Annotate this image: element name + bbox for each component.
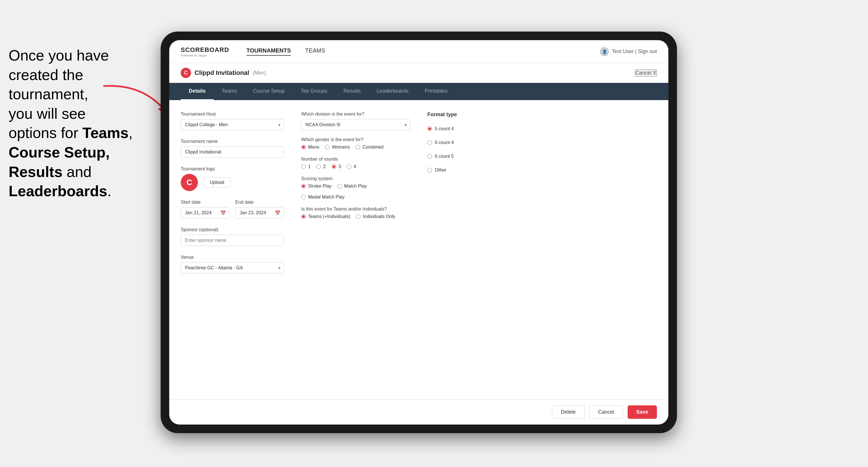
rounds-1[interactable]: 1 <box>301 164 311 169</box>
user-sign-out[interactable]: Test User | Sign out <box>612 49 657 55</box>
scoring-match-radio[interactable] <box>337 184 342 188</box>
division-select[interactable]: NCAA Division III <box>301 119 410 130</box>
scoring-medal-match-radio[interactable] <box>301 195 306 199</box>
scoring-medal-match[interactable]: Medal Match Play <box>301 194 344 200</box>
gender-label: Which gender is the event for? <box>301 137 410 142</box>
cancel-button[interactable]: Cancel <box>589 405 623 419</box>
sponsor-label: Sponsor (optional) <box>181 227 284 232</box>
individuals-only[interactable]: Individuals Only <box>356 214 395 219</box>
format-6count5-radio[interactable] <box>427 154 432 159</box>
main-content: Tournament Host Clippd College - Men Tou… <box>169 100 669 399</box>
tournament-logo-label: Tournament logo <box>181 166 284 172</box>
upload-button[interactable]: Upload <box>204 177 230 188</box>
logo-text: SCOREBOARD <box>181 46 229 54</box>
division-label: Which division is the event for? <box>301 112 410 117</box>
start-date-icon: 📅 <box>220 210 226 216</box>
format-other[interactable]: Other <box>427 167 502 173</box>
gender-combined[interactable]: Combined <box>356 145 383 150</box>
scoring-radio-group: Stroke Play Match Play Medal Match Play <box>301 184 410 200</box>
nav-links: TOURNAMENTS TEAMS <box>246 47 600 56</box>
cancel-tournament-button[interactable]: Cancel X <box>635 69 657 76</box>
tournament-title: C Clippd Invitational (Men) <box>181 68 266 78</box>
rounds-3[interactable]: 3 <box>332 164 341 169</box>
teams-individuals-label: Is this event for Teams and/or Individua… <box>301 207 410 212</box>
nav-teams[interactable]: TEAMS <box>305 47 325 56</box>
gender-radio-group: Mens Womens Combined <box>301 145 410 150</box>
scoring-label: Scoring system <box>301 176 410 181</box>
venue-select-wrapper: Peachtree GC - Atlanta - GA <box>181 262 284 273</box>
tournament-name-label: Tournament name <box>181 139 284 144</box>
gender-womens-radio[interactable] <box>325 145 330 150</box>
tournament-host-label: Tournament Host <box>181 112 284 117</box>
gender-mens-radio[interactable] <box>301 145 306 150</box>
format-other-radio[interactable] <box>427 168 432 173</box>
save-button[interactable]: Save <box>628 405 657 419</box>
tournament-name-group: Tournament name <box>181 139 284 158</box>
tab-course-setup[interactable]: Course Setup <box>245 83 292 100</box>
scoring-medal-match-label: Medal Match Play <box>308 194 344 200</box>
form-column-right: Format type 5 count 4 6 count 4 6 count … <box>427 112 502 394</box>
gender-womens[interactable]: Womens <box>325 145 350 150</box>
rounds-2[interactable]: 2 <box>316 164 326 169</box>
gender-mens[interactable]: Mens <box>301 145 319 150</box>
rounds-2-radio[interactable] <box>316 164 321 169</box>
individuals-only-radio[interactable] <box>356 214 361 219</box>
rounds-2-label: 2 <box>323 164 326 169</box>
format-6count4[interactable]: 6 count 4 <box>427 140 502 145</box>
user-section: 👤 Test User | Sign out <box>600 47 657 56</box>
rounds-3-label: 3 <box>339 164 341 169</box>
format-5count4-radio[interactable] <box>427 126 432 131</box>
rounds-4[interactable]: 4 <box>347 164 356 169</box>
format-type-title: Format type <box>427 112 502 118</box>
rounds-4-radio[interactable] <box>347 164 351 169</box>
scoring-stroke-label: Stroke Play <box>308 184 332 189</box>
tab-tee-groups[interactable]: Tee Groups <box>292 83 335 100</box>
teams-plus-label: Teams (+Individuals) <box>308 214 350 219</box>
teams-plus-radio[interactable] <box>301 214 306 219</box>
gender-combined-radio[interactable] <box>356 145 360 150</box>
tournament-name: Clippd Invitational <box>194 69 249 76</box>
venue-group: Venue Peachtree GC - Atlanta - GA <box>181 255 284 273</box>
format-5count4[interactable]: 5 count 4 <box>427 126 502 131</box>
teams-plus-individuals[interactable]: Teams (+Individuals) <box>301 214 350 219</box>
format-other-label: Other <box>435 167 446 173</box>
tournament-logo-group: Tournament logo C Upload <box>181 166 284 191</box>
sponsor-input[interactable] <box>181 235 284 246</box>
delete-button[interactable]: Delete <box>552 405 585 419</box>
tab-results[interactable]: Results <box>335 83 369 100</box>
start-date-group: Start date 📅 <box>181 200 229 219</box>
top-navigation: SCOREBOARD Powered by clippd TOURNAMENTS… <box>169 40 669 63</box>
individuals-only-label: Individuals Only <box>363 214 395 219</box>
start-date-wrap: 📅 <box>181 207 229 219</box>
venue-select[interactable]: Peachtree GC - Atlanta - GA <box>181 262 284 273</box>
format-6count5-label: 6 count 5 <box>435 154 454 159</box>
venue-label: Venue <box>181 255 284 260</box>
tab-leaderboards[interactable]: Leaderboards <box>369 83 416 100</box>
tab-teams[interactable]: Teams <box>214 83 245 100</box>
teams-individuals-radio-group: Teams (+Individuals) Individuals Only <box>301 214 410 219</box>
nav-tournaments[interactable]: TOURNAMENTS <box>246 47 291 56</box>
scoring-stroke[interactable]: Stroke Play <box>301 184 332 189</box>
scoring-stroke-radio[interactable] <box>301 184 306 188</box>
tab-printables[interactable]: Printables <box>416 83 456 100</box>
gender-group: Which gender is the event for? Mens Wome… <box>301 137 410 150</box>
format-6count4-radio[interactable] <box>427 140 432 145</box>
scoring-match[interactable]: Match Play <box>337 184 367 189</box>
rounds-label: Number of rounds <box>301 157 410 162</box>
rounds-3-radio[interactable] <box>332 164 336 169</box>
format-5count4-label: 5 count 4 <box>435 126 454 131</box>
tablet-screen: SCOREBOARD Powered by clippd TOURNAMENTS… <box>169 40 669 425</box>
tournament-icon: C <box>181 68 191 78</box>
logo-sub: Powered by clippd <box>181 54 229 57</box>
user-avatar: 👤 <box>600 47 609 56</box>
tab-details[interactable]: Details <box>181 83 214 100</box>
rounds-1-radio[interactable] <box>301 164 306 169</box>
sub-navigation: Details Teams Course Setup Tee Groups Re… <box>169 83 669 100</box>
tournament-host-select[interactable]: Clippd College - Men <box>181 119 284 130</box>
gender-mens-label: Mens <box>308 145 319 150</box>
division-select-wrapper: NCAA Division III <box>301 119 410 130</box>
sponsor-group: Sponsor (optional) <box>181 227 284 246</box>
logo-area: SCOREBOARD Powered by clippd <box>181 46 229 57</box>
format-6count5[interactable]: 6 count 5 <box>427 154 502 159</box>
tournament-name-input[interactable] <box>181 146 284 158</box>
